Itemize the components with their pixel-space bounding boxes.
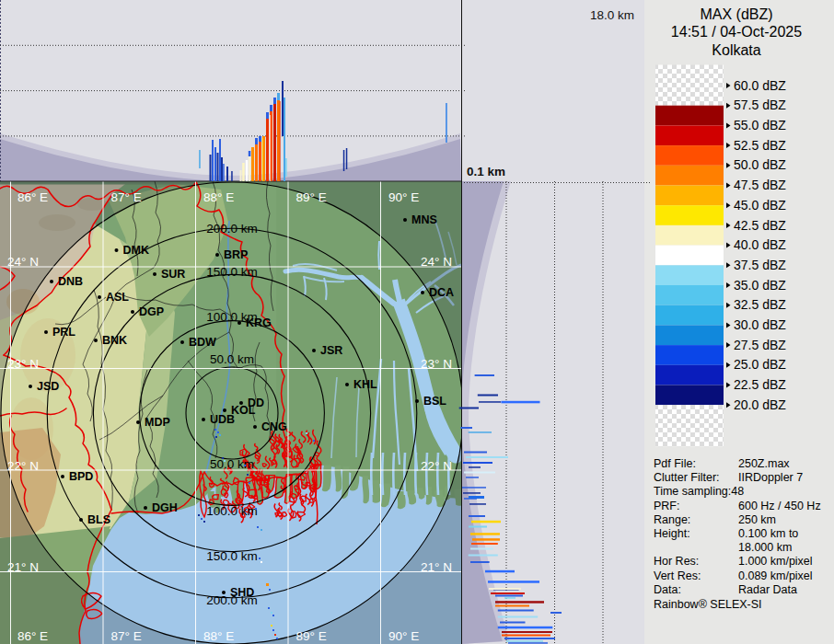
svg-text:MNS: MNS [411, 213, 437, 226]
svg-text:42.5 dBZ: 42.5 dBZ [734, 218, 786, 233]
svg-text:24° N: 24° N [421, 255, 452, 269]
svg-text:0.089 km/pixel: 0.089 km/pixel [738, 569, 813, 582]
svg-text:DGP: DGP [139, 305, 164, 318]
svg-text:1.000 km/pixel: 1.000 km/pixel [738, 555, 813, 568]
svg-text:Range:: Range: [654, 513, 690, 526]
svg-text:60.0 dBZ: 60.0 dBZ [734, 78, 786, 93]
svg-text:SHD: SHD [230, 586, 254, 599]
svg-text:50.0 km: 50.0 km [210, 457, 254, 471]
svg-text:250Z.max: 250Z.max [738, 457, 790, 470]
svg-text:Time sampling:48: Time sampling:48 [654, 485, 744, 498]
svg-text:21° N: 21° N [421, 560, 452, 574]
svg-text:DGH: DGH [152, 501, 178, 514]
svg-text:27.5 dBZ: 27.5 dBZ [734, 338, 786, 352]
svg-text:Kolkata: Kolkata [712, 42, 760, 58]
svg-text:Vert Res:: Vert Res: [654, 569, 701, 582]
svg-text:ASL: ASL [106, 291, 129, 304]
svg-text:250 km: 250 km [738, 513, 776, 526]
svg-text:35.0 dBZ: 35.0 dBZ [734, 278, 786, 293]
svg-text:DNB: DNB [58, 275, 83, 288]
svg-text:89° E: 89° E [296, 190, 327, 204]
svg-text:IIRDoppler 7: IIRDoppler 7 [738, 471, 803, 484]
svg-text:100.0 km: 100.0 km [206, 504, 258, 518]
svg-text:40.0 dBZ: 40.0 dBZ [734, 237, 786, 252]
svg-text:BDW: BDW [189, 336, 216, 349]
svg-text:JSR: JSR [320, 344, 342, 357]
svg-text:BNK: BNK [102, 334, 127, 347]
svg-text:200.0 km: 200.0 km [206, 222, 258, 236]
svg-text:87° E: 87° E [111, 629, 142, 643]
svg-text:18.0 km: 18.0 km [590, 8, 634, 22]
svg-text:KHL: KHL [353, 378, 377, 391]
svg-text:23° N: 23° N [7, 357, 39, 371]
svg-text:MAX (dBZ): MAX (dBZ) [700, 6, 772, 22]
svg-text:45.0 dBZ: 45.0 dBZ [734, 198, 786, 213]
svg-text:18.000 km: 18.000 km [738, 541, 792, 554]
svg-text:22.5 dBZ: 22.5 dBZ [734, 377, 786, 392]
svg-text:600 Hz / 450 Hz: 600 Hz / 450 Hz [738, 500, 821, 512]
svg-text:86° E: 86° E [17, 629, 48, 643]
svg-text:50.0 dBZ: 50.0 dBZ [734, 157, 786, 172]
svg-text:22° N: 22° N [7, 459, 39, 473]
svg-text:88° E: 88° E [203, 629, 234, 643]
svg-text:88° E: 88° E [203, 190, 234, 204]
svg-text:37.5 dBZ: 37.5 dBZ [734, 258, 786, 272]
svg-text:14:51 / 04-Oct-2025: 14:51 / 04-Oct-2025 [671, 24, 802, 40]
svg-text:Radar Data: Radar Data [738, 583, 797, 596]
svg-text:150.0 km: 150.0 km [206, 549, 258, 563]
svg-text:32.5 dBZ: 32.5 dBZ [734, 297, 786, 312]
svg-text:47.5 dBZ: 47.5 dBZ [734, 178, 786, 192]
svg-text:BLS: BLS [87, 513, 110, 526]
svg-text:CNG: CNG [261, 420, 287, 433]
svg-text:0.1 km: 0.1 km [467, 165, 505, 178]
svg-text:150.0 km: 150.0 km [206, 265, 258, 279]
svg-text:52.5 dBZ: 52.5 dBZ [734, 138, 786, 153]
svg-text:90° E: 90° E [388, 190, 419, 204]
svg-text:Height:: Height: [654, 527, 690, 540]
svg-text:DMK: DMK [123, 244, 149, 257]
svg-text:Pdf File:: Pdf File: [654, 457, 696, 470]
svg-text:90° E: 90° E [388, 629, 419, 643]
svg-text:Hor Res:: Hor Res: [654, 555, 699, 568]
svg-text:BPD: BPD [69, 470, 93, 483]
svg-text:24° N: 24° N [7, 255, 39, 269]
svg-text:Rainbow® SELEX-SI: Rainbow® SELEX-SI [654, 598, 762, 611]
svg-text:25.0 dBZ: 25.0 dBZ [734, 357, 786, 372]
svg-text:BRP: BRP [224, 248, 248, 261]
svg-text:SUR: SUR [161, 268, 185, 281]
svg-text:20.0 dBZ: 20.0 dBZ [734, 397, 786, 412]
svg-text:KRG: KRG [246, 316, 272, 329]
svg-text:DCA: DCA [429, 286, 454, 299]
svg-text:Clutter Filter:: Clutter Filter: [654, 471, 720, 484]
svg-text:BSL: BSL [423, 395, 446, 408]
svg-text:MDP: MDP [145, 416, 170, 429]
svg-text:57.5 dBZ: 57.5 dBZ [734, 98, 786, 112]
svg-text:50.0 km: 50.0 km [210, 352, 254, 366]
svg-text:PRL: PRL [52, 326, 75, 339]
svg-text:Data:: Data: [654, 583, 681, 596]
svg-text:JSD: JSD [37, 380, 59, 393]
svg-text:22° N: 22° N [421, 459, 452, 473]
svg-text:30.0 dBZ: 30.0 dBZ [734, 317, 786, 332]
svg-text:55.0 dBZ: 55.0 dBZ [734, 118, 786, 132]
svg-text:UDB: UDB [210, 413, 235, 426]
svg-text:PRF:: PRF: [654, 500, 679, 512]
svg-text:86° E: 86° E [17, 190, 48, 204]
svg-text:21° N: 21° N [7, 560, 39, 574]
svg-text:23° N: 23° N [421, 357, 452, 371]
svg-text:89° E: 89° E [296, 629, 327, 643]
svg-text:87° E: 87° E [111, 190, 142, 204]
svg-text:0.100 km to: 0.100 km to [738, 527, 798, 540]
